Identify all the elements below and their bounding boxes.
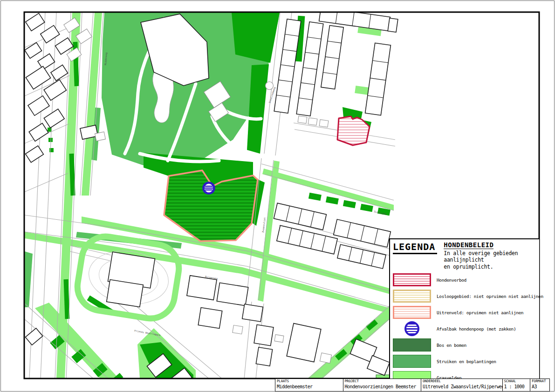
legend-swatch xyxy=(393,273,431,286)
legend-item-label: Struiken en beplantingen xyxy=(437,359,496,364)
legend-rows: Hondenverbod Losloopgebied: niet opruime… xyxy=(393,273,536,385)
titleblock-field-label: ONDERDEEL xyxy=(423,379,501,383)
legend-swatch xyxy=(393,355,431,368)
afvalbak-icon xyxy=(393,321,431,336)
legend-note-line1: In alle overige gebieden aanlijnplicht xyxy=(444,250,536,264)
titleblock-field-value: Middenbeemster xyxy=(277,383,342,390)
legend-swatch xyxy=(393,290,431,303)
titleblock-cell-schaal: SCHAAL 1 : 1000 xyxy=(502,378,531,392)
legend-heading: HONDENBELEID xyxy=(444,241,493,249)
titleblock-field-label: FORMAAT xyxy=(532,379,548,383)
titleblock-cell-project: PROJECT Hondenvoorzieningen Beemster xyxy=(343,378,422,392)
legend-row-losloopgebied: Losloopgebied: niet opruimen niet aanlij… xyxy=(393,289,536,303)
legend-item-label: Afvalbak hondenpoep (met zakken) xyxy=(437,326,516,331)
buildings-northeast xyxy=(274,7,398,127)
legend-row-afvalbak: Afvalbak hondenpoep (met zakken) xyxy=(393,322,536,336)
legend-swatch xyxy=(393,306,431,319)
titleblock-field-value: A3 xyxy=(532,383,548,390)
legend-item-label: Uitrenveld: opruimen niet aanlijnen xyxy=(437,310,523,315)
legend-row-uitrenveld: Uitrenveld: opruimen niet aanlijnen xyxy=(393,305,536,319)
titleblock-field-value: Uitrenveld Zwaansvliet/Rijperweg xyxy=(423,383,501,390)
afvalbak-icon-circle xyxy=(404,321,419,336)
title-block: PLAATS Middenbeemster PROJECT Hondenvoor… xyxy=(275,378,553,392)
legend-row-bos-en-bomen: Bos en bomen xyxy=(393,338,536,352)
titleblock-field-value: Hondenvoorzieningen Beemster xyxy=(345,383,420,390)
titleblock-field-label: SCHAAL xyxy=(504,379,529,383)
legend-row-struiken: Struiken en beplantingen xyxy=(393,354,536,368)
titleblock-field-label: PROJECT xyxy=(345,379,420,383)
afvalbak-marker xyxy=(204,183,214,194)
street-label: Zwaansvliet xyxy=(261,217,266,233)
titleblock-field-label: PLAATS xyxy=(277,379,342,383)
buildings-east xyxy=(274,203,391,269)
legend-panel: LEGENDA HONDENBELEID In alle overige geb… xyxy=(389,238,539,378)
legend-item-label: Losloopgebied: niet opruimen niet aanlij… xyxy=(437,294,543,299)
roundabout xyxy=(266,82,274,90)
titleblock-cell-onderdeel: ONDERDEEL Uitrenveld Zwaansvliet/Rijperw… xyxy=(421,378,503,392)
legend-swatch xyxy=(393,338,431,351)
legend-row-hondenverbod: Hondenverbod xyxy=(393,273,536,287)
legend-title: LEGENDA xyxy=(393,241,437,254)
legend-item-label: Hondenverbod xyxy=(437,277,466,283)
legend-note-line2: en opruimplicht. xyxy=(444,264,536,270)
drawing-page: Middenweg Insulindeweg Zwaansvliet Rijpe… xyxy=(0,0,555,392)
titleblock-cell-formaat: FORMAAT A3 xyxy=(530,378,550,392)
titleblock-field-value: 1 : 1000 xyxy=(504,383,529,390)
legend-header: LEGENDA HONDENBELEID In alle overige geb… xyxy=(393,241,536,270)
legend-item-label: Bos en bomen xyxy=(437,343,466,348)
titleblock-cell-plaats: PLAATS Middenbeemster xyxy=(275,378,343,392)
